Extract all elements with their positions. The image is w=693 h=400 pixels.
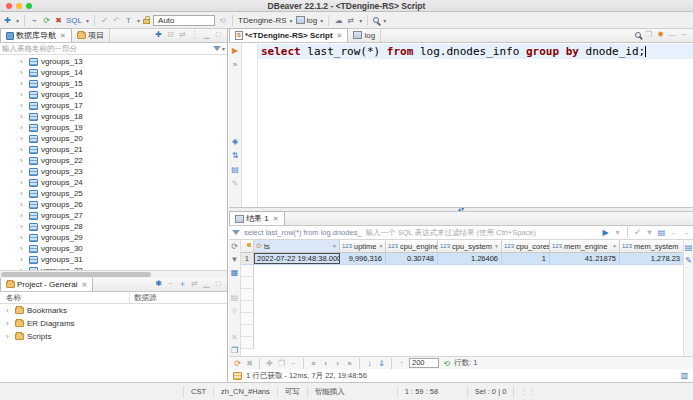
collapse-all-icon[interactable]: ⊟ (166, 29, 175, 40)
tree-item-vgroups-27[interactable]: ›vgroups_27 (0, 210, 227, 221)
link-editor-icon[interactable]: ⇄ (190, 278, 199, 289)
previous-page-icon[interactable]: ‹ (321, 358, 330, 369)
tree-item-vgroups-29[interactable]: ›vgroups_29 (0, 232, 227, 243)
sort-filter-icon[interactable]: ▼ (612, 243, 617, 249)
chevron-down-icon[interactable]: ▾ (222, 45, 225, 52)
close-icon[interactable]: ✕ (337, 32, 343, 40)
filter-icon[interactable] (213, 46, 221, 51)
chevron-right-icon[interactable]: › (20, 134, 26, 143)
chevron-down-icon[interactable]: ▾ (359, 17, 362, 24)
chevron-right-icon[interactable]: › (20, 167, 26, 176)
minimize-panel-icon[interactable]: — (668, 29, 677, 40)
save-filter-icon[interactable]: ✔ (633, 227, 642, 238)
new-connection-icon[interactable]: ✚ (3, 15, 12, 26)
cell-cpu-cores[interactable]: 1 (502, 253, 550, 264)
bug-icon[interactable]: ✹ (656, 29, 665, 40)
cell-cpu-engine[interactable]: 0.30748 (386, 253, 438, 264)
fetch-next-icon[interactable]: ↓ (365, 358, 374, 369)
tab-log-database[interactable]: log (348, 28, 381, 42)
search-icon[interactable] (373, 17, 379, 23)
filter-settings-icon[interactable]: ▼ (645, 227, 654, 238)
refresh-icon[interactable]: ⟲ (218, 15, 227, 26)
row-number-header[interactable] (241, 240, 254, 252)
output-panel-icon[interactable]: ▤ (231, 164, 240, 175)
reconnect-icon[interactable]: ⟳ (42, 15, 51, 26)
chevron-down-icon[interactable]: ▾ (16, 17, 19, 24)
row-number[interactable]: 1 (241, 253, 254, 264)
close-icon[interactable]: ✕ (273, 215, 279, 223)
transaction-mode-icon[interactable]: T (124, 15, 133, 26)
chevron-right-icon[interactable]: › (20, 79, 26, 88)
filter-query-text[interactable]: select last_row(*) from log.dnodes_ (244, 228, 362, 237)
minimize-panel-icon[interactable]: ▁ (202, 278, 211, 289)
column-header-uptime[interactable]: 123 uptime ▼ (340, 240, 386, 252)
column-header-datasource[interactable]: 数据源 (130, 292, 157, 303)
restore-panel-icon[interactable]: ❐ (644, 29, 653, 40)
expand-all-icon[interactable]: ＋ (178, 278, 187, 289)
lock-icon[interactable] (143, 19, 150, 24)
tab-sql-script[interactable]: *<TDengine-RS> Script ✕ (229, 28, 348, 42)
view-menu-icon[interactable]: ⋮ (190, 29, 199, 40)
close-icon[interactable]: ✕ (81, 281, 87, 289)
tree-item-vgroups-30[interactable]: ›vgroups_30 (0, 243, 227, 254)
chevron-right-icon[interactable]: › (20, 189, 26, 198)
cancel-icon[interactable]: ✖ (245, 358, 254, 369)
tree-item-vgroups-17[interactable]: ›vgroups_17 (0, 100, 227, 111)
tree-item-vgroups-19[interactable]: ›vgroups_19 (0, 122, 227, 133)
tree-item-vgroups-24[interactable]: ›vgroups_24 (0, 177, 227, 188)
chevron-right-icon[interactable]: › (20, 211, 26, 220)
chevron-right-icon[interactable]: › (20, 222, 26, 231)
sort-filter-icon[interactable]: ▼ (332, 243, 337, 249)
edit-value-icon[interactable]: ✎ (684, 255, 693, 266)
execute-script-icon[interactable]: » (231, 59, 240, 70)
tree-item-vgroups-22[interactable]: ›vgroups_22 (0, 155, 227, 166)
table-filter-input[interactable] (2, 44, 213, 53)
maximize-panel-icon[interactable]: □ (214, 29, 223, 40)
fetch-size-input[interactable]: 200 (409, 358, 439, 368)
column-header-ts[interactable]: ⊙ ts ▼ (254, 240, 340, 252)
project-item-scripts[interactable]: ›Scripts (0, 330, 227, 343)
rollback-icon[interactable]: ↶ (112, 15, 121, 26)
tree-item-vgroups-25[interactable]: ›vgroups_25 (0, 188, 227, 199)
delete-row-icon[interactable]: − (289, 358, 298, 369)
zoom-icon[interactable]: ✳ (230, 332, 239, 343)
add-row-icon[interactable]: ✚ (265, 358, 274, 369)
first-page-icon[interactable]: « (309, 358, 318, 369)
open-panel-icon[interactable]: ❐ (230, 345, 239, 356)
project-item-bookmarks[interactable]: ›Bookmarks (0, 304, 227, 317)
chevron-right-icon[interactable]: › (20, 112, 26, 121)
settings-icon[interactable]: ✱ (154, 278, 163, 289)
column-header-name[interactable]: 名称 (0, 292, 130, 303)
forward-icon[interactable]: → (681, 227, 690, 238)
link-editor-icon[interactable]: ⇄ (178, 29, 187, 40)
text-view-icon[interactable]: ▤ (230, 292, 239, 303)
compare-icon[interactable]: ⇄ (346, 15, 355, 26)
chevron-right-icon[interactable]: › (20, 244, 26, 253)
tab-project-general[interactable]: Project - General ✕ (0, 277, 93, 291)
connection-selector[interactable]: TDengine-RS ▾ (238, 16, 292, 25)
chevron-down-icon[interactable]: ▾ (613, 227, 622, 238)
cell-ts[interactable]: 2022-07-22 19:48:38.000 (254, 253, 340, 264)
table-row[interactable]: 1 2022-07-22 19:48:38.000 9,996,316 0.30… (241, 253, 683, 265)
chevron-right-icon[interactable]: › (20, 178, 26, 187)
load-sql-icon[interactable]: ⇅ (231, 150, 240, 161)
sort-filter-icon[interactable]: ▼ (494, 243, 499, 249)
calc-panel-icon[interactable]: ⊹ (230, 305, 239, 316)
execute-statement-icon[interactable]: ▶ (231, 45, 240, 56)
schema-selector[interactable]: log ▾ (296, 16, 324, 25)
minimize-panel-icon[interactable]: ▁ (202, 29, 211, 40)
tree-item-vgroups-13[interactable]: ›vgroups_13 (0, 56, 227, 67)
search-icon[interactable] (635, 32, 641, 38)
connect-icon[interactable]: ⌁ (30, 15, 39, 26)
insert-mode-label[interactable]: 智能插入 (308, 386, 398, 398)
cell-mem-system[interactable]: 1,278.23 (620, 253, 683, 264)
explain-plan-icon[interactable]: ◈ (231, 136, 240, 147)
value-view-icon[interactable]: ▤ (684, 242, 693, 253)
chevron-right-icon[interactable]: › (20, 200, 26, 209)
scrollbar-thumb[interactable] (1, 272, 151, 277)
commit-icon[interactable]: ✔ (100, 15, 109, 26)
tree-item-vgroups-15[interactable]: ›vgroups_15 (0, 78, 227, 89)
tree-item-vgroups-20[interactable]: ›vgroups_20 (0, 133, 227, 144)
chevron-right-icon[interactable]: › (20, 255, 26, 264)
commit-mode-select[interactable]: Auto (153, 15, 215, 26)
